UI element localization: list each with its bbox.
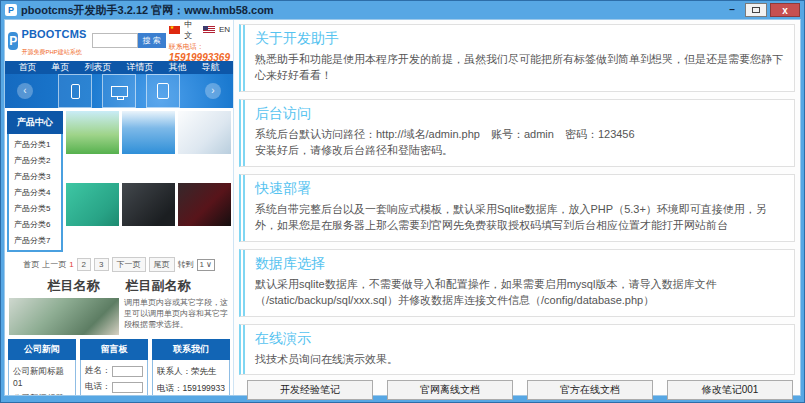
section-admin-access: 后台访问 系统后台默认访问路径：http://域名/admin.php 账号：a… xyxy=(239,99,795,167)
nav-item-other[interactable]: 其他 xyxy=(169,61,187,74)
site-search: 搜 索 xyxy=(92,33,166,48)
language-switch: 中文 EN xyxy=(169,20,230,41)
pager-last[interactable]: 尾页 xyxy=(149,257,175,272)
category-item[interactable]: 产品分类1 xyxy=(14,136,61,152)
footer-buttons: 开发经验笔记 官网离线文档 官方在线文档 修改笔记001 xyxy=(239,375,795,401)
message-board-column: 留言板 姓名： 电话： 留言： xyxy=(80,339,148,395)
change-log-button[interactable]: 修改笔记001 xyxy=(667,380,793,400)
category-item[interactable]: 产品分类2 xyxy=(14,152,61,168)
site-nav: 首页 单页 列表页 详情页 其他 导航 xyxy=(5,61,233,74)
china-flag-icon xyxy=(169,26,180,34)
product-category-list: 产品分类1 产品分类2 产品分类3 产品分类4 产品分类5 产品分类6 产品分类… xyxy=(7,134,63,252)
offline-docs-button[interactable]: 官网离线文档 xyxy=(387,380,513,400)
product-thumbnails xyxy=(66,111,231,252)
search-input[interactable] xyxy=(92,33,138,48)
column-description: 调用单页内容或其它字段，这里可以调用单页内容和其它字段根据需求选择。 xyxy=(124,298,229,335)
site-header: P PBOOTCMS 开源免费PHP建站系统 搜 索 中文 EN xyxy=(5,20,233,61)
column-content: 调用单页内容或其它字段，这里可以调用单页内容和其它字段根据需求选择。 xyxy=(5,297,233,338)
name-field[interactable] xyxy=(112,366,142,377)
pager-goto-select[interactable]: 1 ∨ xyxy=(197,259,215,271)
category-item[interactable]: 产品分类4 xyxy=(14,184,61,200)
site-header-right: 中文 EN 联系电话： 15919993369 xyxy=(169,20,230,63)
nav-item-home[interactable]: 首页 xyxy=(19,61,37,74)
news-title: 公司新闻 xyxy=(8,339,76,360)
section-body: 默认采用sqlite数据库，不需要做导入和配置操作，如果需要启用mysql版本，… xyxy=(255,277,784,309)
column-subtitle: 栏目副名称 xyxy=(126,277,191,295)
phone-field[interactable] xyxy=(112,382,142,393)
slider-prev-icon[interactable]: ‹ xyxy=(17,83,33,99)
product-center-title: 产品中心 xyxy=(7,111,63,134)
product-thumbnail[interactable] xyxy=(122,183,175,226)
banner-slider: ‹ › xyxy=(5,74,233,108)
nav-item-navigation[interactable]: 导航 xyxy=(202,61,220,74)
pager-page[interactable]: 3 xyxy=(94,258,108,271)
nav-item-list[interactable]: 列表页 xyxy=(85,61,112,74)
online-docs-button[interactable]: 官方在线文档 xyxy=(527,380,653,400)
contact-phone: 电话：159199933 xyxy=(157,380,225,395)
column-title: 栏目名称 xyxy=(48,277,100,295)
pager-goto-value: 1 xyxy=(200,260,204,269)
app-icon: P xyxy=(5,4,17,16)
pager-prev[interactable]: 上一页 xyxy=(42,259,66,270)
help-sections: 关于开发助手 熟悉助手和功能是使用本程序开发的前提，虽然我们尽可能把所有标签做到… xyxy=(239,24,795,375)
name-label: 姓名： xyxy=(85,365,111,377)
search-button[interactable]: 搜 索 xyxy=(138,33,166,48)
section-title: 数据库选择 xyxy=(255,255,784,273)
section-body: 熟悉助手和功能是使用本程序开发的前提，虽然我们尽可能把所有标签做到简单到想哭，但… xyxy=(255,52,784,84)
site-logo: PBOOTCMS 开源免费PHP建站系统 xyxy=(21,25,86,57)
nav-item-detail[interactable]: 详情页 xyxy=(127,61,154,74)
product-thumbnail[interactable] xyxy=(178,183,231,226)
contact-column: 联系我们 联系人：荣先生 电话：159199933 QQ：97532866 xyxy=(152,339,230,395)
maximize-button[interactable] xyxy=(745,3,767,17)
section-body: 系统后台默认访问路径：http://域名/admin.php 账号：admin … xyxy=(255,127,784,143)
pager-page[interactable]: 2 xyxy=(77,258,91,271)
slider-next-icon[interactable]: › xyxy=(205,83,221,99)
column-headings: 栏目名称 栏目副名称 xyxy=(5,274,233,297)
site-logo-tagline: 开源免费PHP建站系统 xyxy=(21,49,81,55)
product-category-panel: 产品中心 产品分类1 产品分类2 产品分类3 产品分类4 产品分类5 产品分类6… xyxy=(7,111,63,252)
lang-en-link[interactable]: EN xyxy=(219,25,230,34)
product-thumbnail[interactable] xyxy=(66,111,119,154)
pager-first[interactable]: 首页 xyxy=(23,259,39,270)
product-thumbnail[interactable] xyxy=(178,111,231,154)
close-button[interactable]: x xyxy=(770,3,800,17)
minimize-button[interactable]: – xyxy=(722,3,742,17)
dev-notes-button[interactable]: 开发经验笔记 xyxy=(247,380,373,400)
app-window: P pbootcms开发助手3.2.12 官网：www.hmb58.com – … xyxy=(0,0,805,403)
news-item[interactable]: 公司新闻标题01 xyxy=(13,363,71,390)
lang-zh-link[interactable]: 中文 xyxy=(184,20,199,41)
section-online-demo: 在线演示 找技术员询问在线演示效果。 xyxy=(239,324,795,376)
pager-next[interactable]: 下一页 xyxy=(112,257,146,272)
section-title: 快速部署 xyxy=(255,180,784,198)
section-title: 后台访问 xyxy=(255,105,784,123)
section-title: 关于开发助手 xyxy=(255,30,784,48)
phone-label: 联系电话： xyxy=(169,42,230,52)
maximize-icon xyxy=(752,7,760,13)
category-item[interactable]: 产品分类5 xyxy=(14,200,61,216)
pagination: 首页 上一页 1 2 3 下一页 尾页 转到 1 ∨ xyxy=(5,253,233,274)
section-database: 数据库选择 默认采用sqlite数据库，不需要做导入和配置操作，如果需要启用my… xyxy=(239,249,795,317)
section-quick-deploy: 快速部署 系统自带完整后台以及一套响应式模板，默认采用Sqlite数据库，放入P… xyxy=(239,174,795,242)
section-body: 安装好后，请修改后台路径和登陆密码。 xyxy=(255,143,784,159)
banner-tablet-icon xyxy=(146,74,180,108)
us-flag-icon xyxy=(203,26,214,34)
product-section: 产品中心 产品分类1 产品分类2 产品分类3 产品分类4 产品分类5 产品分类6… xyxy=(5,108,233,253)
banner-phone-icon xyxy=(58,74,92,108)
product-thumbnail[interactable] xyxy=(122,111,175,154)
pager-goto-label: 转到 xyxy=(178,259,194,270)
site-preview: P PBOOTCMS 开源免费PHP建站系统 搜 索 中文 EN xyxy=(5,20,234,395)
site-logo-text: PBOOTCMS xyxy=(21,28,86,40)
section-body: 找技术员询问在线演示效果。 xyxy=(255,352,784,368)
category-item[interactable]: 产品分类7 xyxy=(14,232,61,248)
nav-item-single[interactable]: 单页 xyxy=(52,61,70,74)
pager-page-current[interactable]: 1 xyxy=(69,260,73,269)
category-item[interactable]: 产品分类6 xyxy=(14,216,61,232)
news-column: 公司新闻 公司新闻标题01 公司新闻标题02 公司新闻标题03 xyxy=(8,339,76,395)
help-pane: 关于开发助手 熟悉助手和功能是使用本程序开发的前提，虽然我们尽可能把所有标签做到… xyxy=(234,20,800,395)
titlebar: P pbootcms开发助手3.2.12 官网：www.hmb58.com – … xyxy=(1,1,804,19)
product-thumbnail[interactable] xyxy=(66,183,119,226)
category-item[interactable]: 产品分类3 xyxy=(14,168,61,184)
site-logo-icon: P xyxy=(8,32,18,50)
message-board-title: 留言板 xyxy=(80,339,148,360)
news-item[interactable]: 公司新闻标题02 xyxy=(13,390,71,395)
